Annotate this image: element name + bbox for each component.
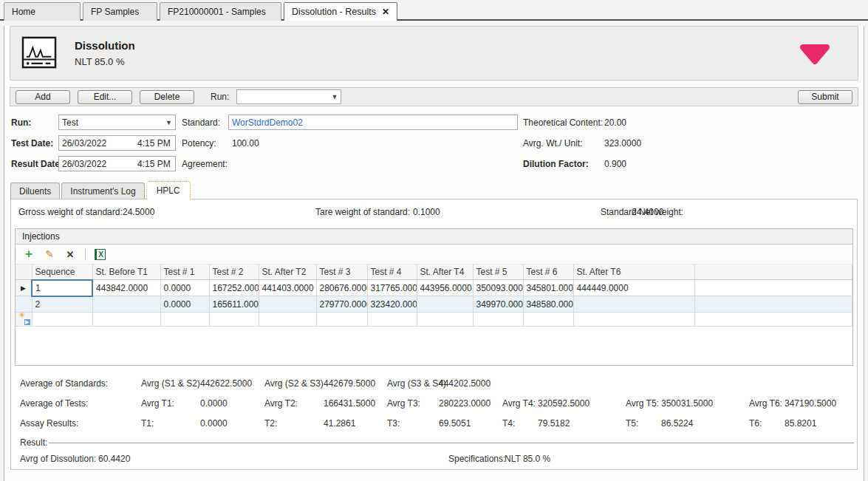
filler-cell bbox=[694, 280, 852, 296]
grid-cell[interactable]: 317765.0000 bbox=[367, 280, 417, 296]
grid-cell[interactable]: 0.0000 bbox=[160, 296, 209, 313]
summary-item-value: 86.5224 bbox=[661, 418, 749, 429]
window-tab-fp210000001-samples[interactable]: FP210000001 - Samples bbox=[160, 2, 281, 21]
summary-item-value: 442679.5000 bbox=[324, 378, 387, 389]
pencil-icon[interactable]: ✎ bbox=[44, 248, 55, 260]
grid-cell[interactable]: 2 bbox=[32, 296, 92, 313]
grid-cell[interactable] bbox=[367, 313, 417, 327]
row-indicator-icon[interactable]: ▶ bbox=[16, 280, 32, 296]
grid-cell[interactable]: 165611.0000 bbox=[209, 296, 259, 313]
chevron-down-icon[interactable]: ▼ bbox=[163, 119, 172, 126]
avg-wt-unit-input[interactable] bbox=[601, 135, 868, 151]
gross-weight-label: Grross weight of standard: bbox=[18, 204, 123, 220]
run-combobox[interactable]: Test ▼ bbox=[58, 115, 176, 130]
grid-cell[interactable]: 444449.0000 bbox=[573, 280, 694, 296]
grid-cell[interactable] bbox=[523, 313, 573, 327]
column-header[interactable]: St. Before T1 bbox=[92, 265, 160, 280]
new-row-icon[interactable]: ✳▶ bbox=[16, 313, 32, 327]
grid-cell[interactable] bbox=[32, 313, 92, 327]
page-title: Dissolution bbox=[75, 39, 135, 52]
add-icon[interactable]: + bbox=[23, 248, 35, 260]
summary-item-value: 166431.5000 bbox=[324, 398, 387, 409]
standard-value-link[interactable]: WorStdrdDemo02 bbox=[232, 117, 303, 128]
grid-cell[interactable]: 348580.0000 bbox=[523, 296, 573, 313]
average-of-standards-row: Average of Standards:Avrg (S1 & S2)44262… bbox=[11, 373, 857, 393]
column-header[interactable]: St. After T2 bbox=[259, 265, 316, 280]
column-header[interactable]: St. After T6 bbox=[573, 265, 694, 280]
column-header[interactable]: Test # 3 bbox=[316, 265, 367, 280]
grid-cell[interactable] bbox=[209, 313, 259, 327]
grid-cell[interactable]: 349970.0000 bbox=[473, 296, 523, 313]
grid-cell[interactable]: 1 bbox=[32, 280, 92, 296]
column-header[interactable]: Test # 1 bbox=[160, 265, 209, 280]
new-row[interactable]: ✳▶ bbox=[16, 313, 852, 327]
toolbar-run-combobox[interactable]: ▼ bbox=[236, 89, 341, 104]
grid-cell[interactable] bbox=[573, 296, 694, 313]
grid-cell[interactable] bbox=[92, 296, 160, 313]
close-icon[interactable]: ✕ bbox=[382, 7, 389, 17]
test-date-field[interactable]: 26/03/2022 4:15 PM bbox=[58, 135, 176, 151]
avg-wt-unit-label: Avrg. Wt./ Unit: bbox=[523, 135, 582, 151]
grid-cell[interactable]: 350093.0000 bbox=[473, 280, 523, 296]
window-tab-dissolution-results[interactable]: Dissolution - Results ✕ bbox=[284, 2, 397, 21]
theoretical-content-label: Theoretical Content: bbox=[523, 115, 603, 131]
window-tab-home[interactable]: Home bbox=[4, 2, 81, 21]
column-header[interactable]: Sequence bbox=[32, 265, 92, 280]
grid-cell[interactable] bbox=[259, 296, 316, 313]
submit-button[interactable]: Submit bbox=[798, 90, 852, 104]
result-date-field[interactable]: 26/03/2022 4:15 PM bbox=[58, 156, 176, 171]
grid-cell[interactable] bbox=[316, 313, 367, 327]
edit-button[interactable]: Edit... bbox=[78, 90, 132, 104]
summary-section: Average of Standards:Avrg (S1 & S2)44262… bbox=[11, 373, 857, 433]
standard-label: Standard: bbox=[182, 115, 220, 131]
grid-cell[interactable]: 323420.0000 bbox=[367, 296, 417, 313]
column-header[interactable]: Test # 2 bbox=[209, 265, 259, 280]
tab-hplc[interactable]: HPLC bbox=[146, 181, 191, 199]
result-form: Run: Test ▼ Standard: WorStdrdDemo02 The… bbox=[4, 113, 864, 175]
delete-x-icon[interactable]: ✕ bbox=[64, 248, 76, 260]
column-header[interactable]: Test # 6 bbox=[523, 265, 573, 280]
run-label: Run: bbox=[11, 115, 31, 131]
chevron-down-icon[interactable]: ▼ bbox=[328, 93, 338, 100]
column-header[interactable]: St. After T4 bbox=[417, 265, 473, 280]
grid-cell[interactable]: 167252.0000 bbox=[209, 280, 259, 296]
column-header[interactable]: Test # 4 bbox=[367, 265, 417, 280]
grid-cell[interactable] bbox=[92, 313, 160, 327]
summary-item-label: Avrg (S1 & S2) bbox=[141, 378, 200, 389]
grid-cell[interactable]: 345801.0000 bbox=[523, 280, 573, 296]
grid-cell[interactable]: 441403.0000 bbox=[259, 280, 316, 296]
grid-cell[interactable]: 443842.0000 bbox=[92, 280, 160, 296]
add-button[interactable]: Add bbox=[16, 90, 70, 104]
grid-cell[interactable] bbox=[160, 313, 209, 327]
net-weight-value: 24.4000 bbox=[632, 204, 663, 220]
column-header[interactable]: Test # 5 bbox=[473, 265, 523, 280]
grid-cell[interactable] bbox=[473, 313, 523, 327]
toolbar-separator bbox=[85, 248, 86, 260]
tab-instruments-log[interactable]: Instrument's Log bbox=[61, 182, 144, 199]
grid-cell[interactable]: 0.0000 bbox=[160, 280, 209, 296]
grid-cell[interactable] bbox=[259, 313, 316, 327]
grid-cell[interactable] bbox=[417, 296, 473, 313]
filler-header bbox=[694, 265, 852, 280]
grid-cell[interactable] bbox=[417, 313, 473, 327]
tab-label: Dissolution - Results bbox=[292, 7, 376, 17]
grid-cell[interactable] bbox=[573, 313, 694, 327]
theoretical-content-input[interactable] bbox=[601, 115, 868, 130]
row-indicator-icon[interactable] bbox=[16, 296, 32, 313]
standard-weights-row: Grross weight of standard: Tare weight o… bbox=[11, 204, 857, 222]
summary-item-value: 85.8201 bbox=[785, 418, 857, 429]
dilution-factor-input[interactable] bbox=[601, 156, 868, 171]
separator-line bbox=[49, 443, 854, 443]
tab-diluents[interactable]: Diluents bbox=[10, 182, 60, 199]
summary-row-label: Average of Tests: bbox=[20, 398, 141, 409]
delete-button[interactable]: Delete bbox=[140, 90, 194, 104]
grid-cell[interactable]: 280676.0000 bbox=[316, 280, 367, 296]
summary-item-value: 350031.5000 bbox=[661, 398, 749, 409]
excel-export-icon[interactable]: X bbox=[95, 249, 106, 260]
standard-field[interactable]: WorStdrdDemo02 bbox=[228, 115, 518, 130]
potency-label: Potency: bbox=[182, 135, 216, 151]
summary-item-label: T3: bbox=[387, 418, 439, 429]
window-tab-fp-samples[interactable]: FP Samples bbox=[83, 2, 157, 21]
grid-cell[interactable]: 279770.0000 bbox=[316, 296, 367, 313]
grid-cell[interactable]: 443956.0000 bbox=[417, 280, 473, 296]
